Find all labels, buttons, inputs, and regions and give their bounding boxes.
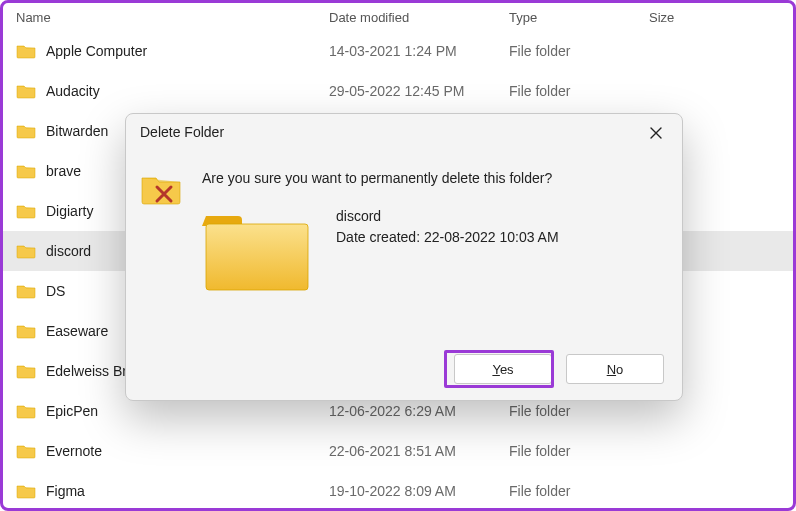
dialog-body: Are you sure you want to permanently del… <box>140 164 668 340</box>
folder-icon <box>16 43 36 59</box>
column-headers: Name Date modified Type Size <box>3 3 793 31</box>
dialog-item-name: discord <box>336 206 559 227</box>
file-date: 19-10-2022 8:09 AM <box>329 483 509 499</box>
file-row[interactable]: Figma19-10-2022 8:09 AMFile folder <box>3 471 793 511</box>
no-button[interactable]: No <box>566 354 664 384</box>
folder-icon <box>16 243 36 259</box>
dialog-close-button[interactable] <box>638 118 674 148</box>
file-row[interactable]: Evernote22-06-2021 8:51 AMFile folder <box>3 431 793 471</box>
file-name: DS <box>46 283 65 299</box>
file-name: Figma <box>46 483 85 499</box>
file-name: Edelweiss Bro <box>46 363 135 379</box>
file-name: EpicPen <box>46 403 98 419</box>
folder-icon <box>16 483 36 499</box>
file-name: Digiarty <box>46 203 93 219</box>
dialog-item-date-created: Date created: 22-08-2022 10:03 AM <box>336 227 559 248</box>
close-icon <box>650 127 662 139</box>
file-name: Bitwarden <box>46 123 108 139</box>
dialog-buttons: Yes No <box>454 354 664 384</box>
file-date: 12-06-2022 6:29 AM <box>329 403 509 419</box>
folder-delete-icon <box>140 170 184 210</box>
yes-button[interactable]: Yes <box>454 354 552 384</box>
folder-icon <box>16 323 36 339</box>
folder-icon <box>16 123 36 139</box>
col-header-name[interactable]: Name <box>16 10 329 25</box>
dialog-title: Delete Folder <box>140 124 224 140</box>
file-type: File folder <box>509 443 649 459</box>
file-type: File folder <box>509 43 649 59</box>
folder-icon <box>16 83 36 99</box>
folder-icon <box>16 363 36 379</box>
svg-rect-1 <box>206 224 308 290</box>
file-row[interactable]: Audacity29-05-2022 12:45 PMFile folder <box>3 71 793 111</box>
file-type: File folder <box>509 83 649 99</box>
folder-icon <box>16 403 36 419</box>
delete-folder-dialog: Delete Folder Are you sure you want to p… <box>125 113 683 401</box>
file-name: brave <box>46 163 81 179</box>
folder-icon <box>16 163 36 179</box>
col-header-size[interactable]: Size <box>649 10 793 25</box>
file-name: Easeware <box>46 323 108 339</box>
explorer-window: Name Date modified Type Size Apple Compu… <box>0 0 796 511</box>
folder-icon <box>16 203 36 219</box>
folder-large-icon <box>202 204 312 296</box>
file-name: Audacity <box>46 83 100 99</box>
file-date: 14-03-2021 1:24 PM <box>329 43 509 59</box>
file-name: Evernote <box>46 443 102 459</box>
folder-icon <box>16 443 36 459</box>
file-type: File folder <box>509 403 649 419</box>
file-name: Apple Computer <box>46 43 147 59</box>
file-row[interactable]: Apple Computer14-03-2021 1:24 PMFile fol… <box>3 31 793 71</box>
col-header-type[interactable]: Type <box>509 10 649 25</box>
dialog-item-info: discord Date created: 22-08-2022 10:03 A… <box>336 206 559 248</box>
file-type: File folder <box>509 483 649 499</box>
col-header-date[interactable]: Date modified <box>329 10 509 25</box>
file-date: 29-05-2022 12:45 PM <box>329 83 509 99</box>
file-date: 22-06-2021 8:51 AM <box>329 443 509 459</box>
folder-icon <box>16 283 36 299</box>
dialog-prompt: Are you sure you want to permanently del… <box>202 170 552 186</box>
file-name: discord <box>46 243 91 259</box>
